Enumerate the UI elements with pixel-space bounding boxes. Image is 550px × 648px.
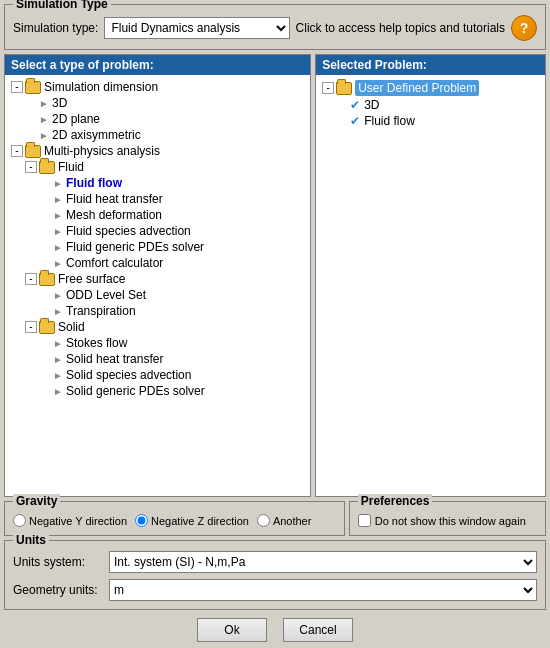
tree-label-fluid-heat: Fluid heat transfer <box>66 192 163 206</box>
expand-fluid[interactable]: - <box>25 161 37 173</box>
ok-button[interactable]: Ok <box>197 618 267 642</box>
tree-row-user-def[interactable]: - User Defined Problem <box>318 79 543 97</box>
arrow-transpiration-icon: ► <box>53 306 63 316</box>
left-panel-content: - Simulation dimension ► 3D <box>5 75 310 496</box>
tree-item-fluid: - Fluid ► Fluid flow <box>7 159 308 271</box>
tree-row-stokes[interactable]: ► Stokes flow <box>7 335 308 351</box>
check-3d-icon: ✔ <box>350 98 360 112</box>
fluid-children: ► Fluid flow ► Fluid heat transfer <box>7 175 308 271</box>
right-panel-content: - User Defined Problem ✔ 3D <box>316 75 545 496</box>
tree-row-solid-heat[interactable]: ► Solid heat transfer <box>7 351 308 367</box>
units-system-row: Units system: Int. system (SI) - N,m,Pa … <box>13 551 537 573</box>
gravity-neg-z-radio[interactable] <box>135 514 148 527</box>
left-panel: Select a type of problem: - Simulation d… <box>4 54 311 497</box>
tree-row-2d-plane[interactable]: ► 2D plane <box>7 111 308 127</box>
tree-item-mesh-deform: ► Mesh deformation <box>7 207 308 223</box>
tree-label-multi-phys: Multi-physics analysis <box>44 144 160 158</box>
units-group-label: Units <box>13 533 49 547</box>
tree-item-fluid-species: ► Fluid species advection <box>7 223 308 239</box>
tree-item-sel-3d: ✔ 3D <box>318 97 543 113</box>
no-show-checkbox[interactable] <box>358 514 371 527</box>
tree-label-sim-dim: Simulation dimension <box>44 80 158 94</box>
tree-row-free-surface[interactable]: - Free surface <box>7 271 308 287</box>
tree-label-odd-level: ODD Level Set <box>66 288 146 302</box>
tree-label-mesh-deform: Mesh deformation <box>66 208 162 222</box>
tree-row-fluid[interactable]: - Fluid <box>7 159 308 175</box>
tree-row-solid[interactable]: - Solid <box>7 319 308 335</box>
tree-row-fluid-generic[interactable]: ► Fluid generic PDEs solver <box>7 239 308 255</box>
tree-label-free-surface: Free surface <box>58 272 125 286</box>
tree-item-solid-heat: ► Solid heat transfer <box>7 351 308 367</box>
simulation-type-group: Simulation Type Simulation type: Fluid D… <box>4 4 546 50</box>
gravity-neg-z-item: Negative Z direction <box>135 514 249 527</box>
tree-label-2d-plane: 2D plane <box>52 112 100 126</box>
tree-row-comfort[interactable]: ► Comfort calculator <box>7 255 308 271</box>
expand-sim-dim[interactable]: - <box>11 81 23 93</box>
check-fluid-flow-icon: ✔ <box>350 114 360 128</box>
arrow-fluid-generic-icon: ► <box>53 242 63 252</box>
tree-label-3d: 3D <box>52 96 67 110</box>
units-system-select[interactable]: Int. system (SI) - N,m,Pa CGS Imperial <box>109 551 537 573</box>
tree-row-solid-species[interactable]: ► Solid species advection <box>7 367 308 383</box>
solid-children: ► Stokes flow ► Solid heat transfer <box>7 335 308 399</box>
units-group: Units Units system: Int. system (SI) - N… <box>4 540 546 610</box>
tree-item-stokes: ► Stokes flow <box>7 335 308 351</box>
tree-row-fluid-heat[interactable]: ► Fluid heat transfer <box>7 191 308 207</box>
gravity-group: Gravity Negative Y direction Negative Z … <box>4 501 345 536</box>
units-system-label: Units system: <box>13 555 103 569</box>
tree-row-multi-phys[interactable]: - Multi-physics analysis <box>7 143 308 159</box>
cancel-button[interactable]: Cancel <box>283 618 353 642</box>
sim-type-group-label: Simulation Type <box>13 0 111 11</box>
tree-label-transpiration: Transpiration <box>66 304 136 318</box>
prefs-checkbox-row: Do not show this window again <box>358 514 537 527</box>
tree-item-user-def: - User Defined Problem ✔ 3D <box>318 79 543 129</box>
tree-label-solid: Solid <box>58 320 85 334</box>
tree-row-odd-level[interactable]: ► ODD Level Set <box>7 287 308 303</box>
tree-item-fluid-generic: ► Fluid generic PDEs solver <box>7 239 308 255</box>
prefs-group-label: Preferences <box>358 494 433 508</box>
right-tree: - User Defined Problem ✔ 3D <box>318 79 543 129</box>
tree-item-solid-species: ► Solid species advection <box>7 367 308 383</box>
tree-item-sel-fluid-flow: ✔ Fluid flow <box>318 113 543 129</box>
left-tree: - Simulation dimension ► 3D <box>7 79 308 399</box>
tree-row-transpiration[interactable]: ► Transpiration <box>7 303 308 319</box>
expand-multi-phys[interactable]: - <box>11 145 23 157</box>
gravity-another-radio[interactable] <box>257 514 270 527</box>
tree-label-solid-generic: Solid generic PDEs solver <box>66 384 205 398</box>
arrow-fluid-species-icon: ► <box>53 226 63 236</box>
tree-row-2d-axi[interactable]: ► 2D axisymmetric <box>7 127 308 143</box>
tree-label-solid-species: Solid species advection <box>66 368 191 382</box>
expand-solid[interactable]: - <box>25 321 37 333</box>
arrow-fluid-flow-icon: ► <box>53 178 63 188</box>
help-text: Click to access help topics and tutorial… <box>296 21 505 35</box>
gravity-another-item: Another <box>257 514 312 527</box>
bottom-row: Gravity Negative Y direction Negative Z … <box>4 501 546 536</box>
tree-row-mesh-deform[interactable]: ► Mesh deformation <box>7 207 308 223</box>
tree-row-sel-fluid-flow[interactable]: ✔ Fluid flow <box>318 113 543 129</box>
gravity-neg-y-item: Negative Y direction <box>13 514 127 527</box>
tree-row-fluid-flow[interactable]: ► Fluid flow <box>7 175 308 191</box>
tree-item-fluid-heat: ► Fluid heat transfer <box>7 191 308 207</box>
arrow-solid-heat-icon: ► <box>53 354 63 364</box>
folder-sim-dim-icon <box>25 81 41 94</box>
tree-item-sim-dim: - Simulation dimension ► 3D <box>7 79 308 143</box>
units-geometry-select[interactable]: m mm cm in ft <box>109 579 537 601</box>
gravity-neg-y-radio[interactable] <box>13 514 26 527</box>
arrow-solid-generic-icon: ► <box>53 386 63 396</box>
help-button[interactable]: ? <box>511 15 537 41</box>
tree-row-sel-3d[interactable]: ✔ 3D <box>318 97 543 113</box>
gravity-group-label: Gravity <box>13 494 60 508</box>
arrow-fluid-heat-icon: ► <box>53 194 63 204</box>
tree-row-3d[interactable]: ► 3D <box>7 95 308 111</box>
tree-row-fluid-species[interactable]: ► Fluid species advection <box>7 223 308 239</box>
expand-user-def[interactable]: - <box>322 82 334 94</box>
tree-row-sim-dim[interactable]: - Simulation dimension <box>7 79 308 95</box>
tree-label-fluid-species: Fluid species advection <box>66 224 191 238</box>
preferences-group: Preferences Do not show this window agai… <box>349 501 546 536</box>
tree-item-fluid-flow: ► Fluid flow <box>7 175 308 191</box>
sim-type-select[interactable]: Fluid Dynamics analysis <box>104 17 289 39</box>
left-panel-header: Select a type of problem: <box>5 55 310 75</box>
arrow-mesh-deform-icon: ► <box>53 210 63 220</box>
expand-free-surface[interactable]: - <box>25 273 37 285</box>
tree-row-solid-generic[interactable]: ► Solid generic PDEs solver <box>7 383 308 399</box>
